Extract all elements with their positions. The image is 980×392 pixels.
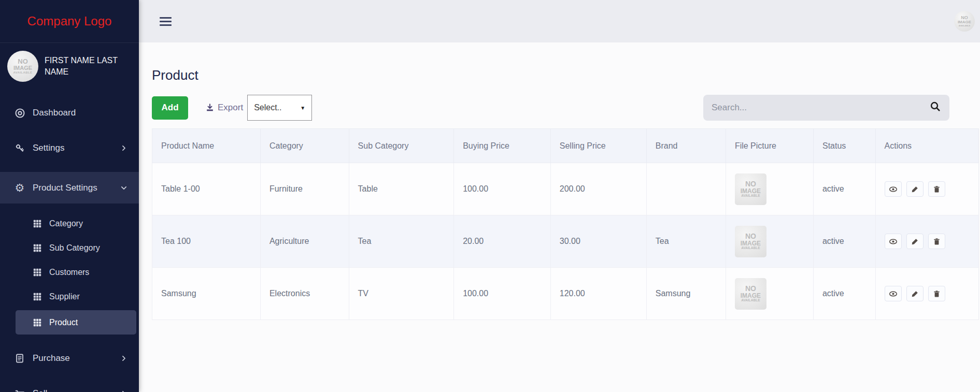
- cell-category: Electronics: [260, 268, 349, 320]
- no-image-text: AVAILABLE: [741, 299, 760, 302]
- search-icon[interactable]: [930, 101, 941, 114]
- sidebar-item-product-settings[interactable]: ⚙ Product Settings: [0, 172, 139, 204]
- pencil-icon: [911, 290, 919, 298]
- cell-product-name: Tea 100: [152, 215, 261, 268]
- table-row: Samsung Electronics TV 100.00 120.00 Sam…: [152, 268, 979, 320]
- cell-actions: [875, 215, 978, 268]
- cell-file-picture: NO IMAGE AVAILABLE: [726, 215, 813, 268]
- cell-file-picture: NO IMAGE AVAILABLE: [726, 163, 813, 215]
- eye-icon: [889, 237, 898, 246]
- key-icon: [14, 142, 25, 154]
- add-button[interactable]: Add: [152, 96, 188, 120]
- cell-buying-price: 100.00: [454, 163, 551, 215]
- no-image-text: NO: [745, 285, 756, 293]
- table-row: Tea 100 Agriculture Tea 20.00 30.00 Tea …: [152, 215, 979, 268]
- menu-toggle-icon[interactable]: [160, 17, 172, 26]
- cart-icon: [14, 388, 25, 392]
- chevron-right-icon: [120, 144, 127, 152]
- cell-brand: Samsung: [646, 268, 726, 320]
- table-header-row: Product Name Category Sub Category Buyin…: [152, 129, 979, 163]
- search-box: [703, 95, 949, 121]
- cell-product-name: Table 1-00: [152, 163, 261, 215]
- sidebar-item-sell[interactable]: Sell: [0, 382, 139, 392]
- cell-brand: Tea: [646, 215, 726, 268]
- cell-file-picture: NO IMAGE AVAILABLE: [726, 268, 813, 320]
- profile-avatar[interactable]: NO IMAGE AVAILABLE: [954, 11, 975, 32]
- trash-icon: [933, 185, 941, 193]
- pencil-icon: [911, 185, 919, 193]
- cell-sub-category: Table: [349, 163, 454, 215]
- topbar: NO IMAGE AVAILABLE: [139, 0, 980, 42]
- filter-select[interactable]: Select.. ▼: [247, 95, 312, 121]
- sidebar-item-label: Customers: [49, 268, 89, 277]
- sidebar-item-customers[interactable]: Customers: [0, 262, 139, 283]
- column-header: Product Name: [152, 129, 261, 163]
- sidebar-item-sub-category[interactable]: Sub Category: [0, 238, 139, 258]
- page-title: Product: [152, 67, 979, 83]
- toolbar: Add Export Select.. ▼: [152, 95, 979, 121]
- eye-icon: [889, 289, 898, 298]
- sidebar-item-purchase[interactable]: Purchase: [0, 347, 139, 370]
- no-image-text: AVAILABLE: [959, 25, 970, 27]
- no-image-text: AVAILABLE: [741, 194, 760, 198]
- cell-category: Furniture: [260, 163, 349, 215]
- pencil-icon: [911, 238, 919, 245]
- table-icon: [32, 219, 42, 229]
- table-icon: [32, 243, 42, 253]
- export-link[interactable]: Export: [205, 103, 243, 113]
- cell-brand: [646, 163, 726, 215]
- cell-status: active: [813, 268, 875, 320]
- sidebar-item-supplier[interactable]: Supplier: [0, 286, 139, 307]
- column-header: Actions: [875, 129, 978, 163]
- chevron-right-icon: [120, 355, 127, 362]
- cell-category: Agriculture: [260, 215, 349, 268]
- user-area: NO IMAGE AVAILABLE FIRST NAME LAST NAME: [0, 43, 139, 82]
- select-caret-icon: ▼: [300, 105, 305, 111]
- delete-button[interactable]: [928, 234, 945, 249]
- sidebar-item-label: Category: [49, 219, 83, 228]
- sidebar-item-label: Supplier: [49, 292, 80, 301]
- search-input[interactable]: [712, 103, 930, 113]
- sidebar-item-label: Settings: [33, 143, 64, 153]
- dashboard-icon: [14, 107, 25, 119]
- delete-button[interactable]: [928, 181, 945, 197]
- sidebar-item-label: Product: [49, 318, 78, 327]
- view-button[interactable]: [885, 286, 902, 301]
- sidebar-item-dashboard[interactable]: Dashboard: [0, 101, 139, 124]
- edit-button[interactable]: [906, 286, 924, 301]
- filter-select-value: Select..: [254, 103, 281, 112]
- download-icon: [205, 103, 215, 112]
- cell-actions: [875, 268, 978, 320]
- no-image-text: AVAILABLE: [741, 246, 760, 250]
- column-header: Status: [813, 129, 875, 163]
- edit-button[interactable]: [906, 181, 924, 197]
- table-icon: [32, 267, 42, 278]
- cell-selling-price: 30.00: [550, 215, 646, 268]
- table-icon: [32, 292, 42, 302]
- document-icon: [14, 353, 25, 364]
- table-row: Table 1-00 Furniture Table 100.00 200.00…: [152, 163, 979, 215]
- sidebar-item-label: Sub Category: [49, 243, 100, 253]
- cell-selling-price: 120.00: [550, 268, 646, 320]
- cell-status: active: [813, 215, 875, 268]
- cell-actions: [875, 163, 978, 215]
- export-label: Export: [218, 103, 243, 113]
- company-logo[interactable]: Company Logo: [27, 14, 112, 28]
- no-image-text: AVAILABLE: [13, 71, 32, 74]
- sidebar-item-label: Dashboard: [33, 108, 76, 118]
- delete-button[interactable]: [928, 286, 945, 301]
- product-image-placeholder: NO IMAGE AVAILABLE: [735, 226, 766, 257]
- sidebar-item-category[interactable]: Category: [0, 213, 139, 234]
- column-header: Buying Price: [454, 129, 551, 163]
- edit-button[interactable]: [906, 234, 924, 249]
- sidebar-item-settings[interactable]: Settings: [0, 137, 139, 159]
- cell-buying-price: 100.00: [454, 268, 551, 320]
- view-button[interactable]: [885, 181, 902, 197]
- no-image-text: NO: [18, 58, 28, 65]
- sidebar-item-product[interactable]: Product: [16, 310, 136, 335]
- trash-icon: [933, 238, 941, 245]
- view-button[interactable]: [885, 234, 902, 249]
- content: Product Add Export Select.. ▼: [139, 42, 980, 392]
- column-header: File Picture: [726, 129, 813, 163]
- column-header: Category: [260, 129, 349, 163]
